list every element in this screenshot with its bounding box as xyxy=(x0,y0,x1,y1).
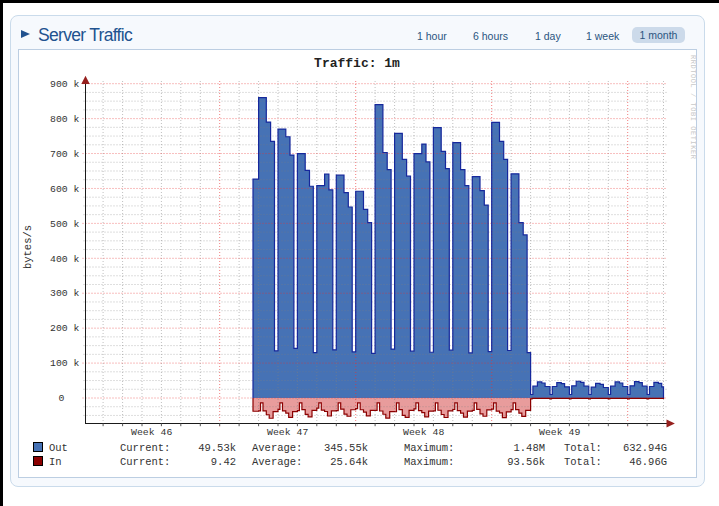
svg-text:Week 49: Week 49 xyxy=(539,427,580,438)
svg-text:46.96G: 46.96G xyxy=(629,456,667,468)
svg-text:Traffic: 1m: Traffic: 1m xyxy=(314,56,400,71)
svg-text:Maximum:: Maximum: xyxy=(404,442,454,454)
svg-text:300 k: 300 k xyxy=(50,288,80,299)
svg-text:49.53k: 49.53k xyxy=(198,442,236,454)
svg-text:Week 47: Week 47 xyxy=(267,427,308,438)
svg-text:25.64k: 25.64k xyxy=(330,456,368,468)
svg-text:632.94G: 632.94G xyxy=(623,442,667,454)
svg-text:500 k: 500 k xyxy=(50,219,80,230)
svg-text:RRDTOOL / TOBI OETIKER: RRDTOOL / TOBI OETIKER xyxy=(689,55,697,160)
svg-text:Week 46: Week 46 xyxy=(131,427,172,438)
svg-text:Total:: Total: xyxy=(564,456,602,468)
svg-text:800 k: 800 k xyxy=(50,114,80,125)
svg-text:Week 48: Week 48 xyxy=(403,427,444,438)
svg-text:100 k: 100 k xyxy=(50,358,80,369)
svg-text:Average:: Average: xyxy=(252,456,302,468)
svg-text:0: 0 xyxy=(59,393,65,404)
svg-text:600 k: 600 k xyxy=(50,184,80,195)
svg-text:700 k: 700 k xyxy=(50,149,80,160)
svg-text:Total:: Total: xyxy=(564,442,602,454)
svg-text:In: In xyxy=(49,456,62,468)
svg-text:9.42: 9.42 xyxy=(211,456,236,468)
svg-text:93.56k: 93.56k xyxy=(507,456,545,468)
svg-text:900 k: 900 k xyxy=(50,79,80,90)
svg-text:bytes/s: bytes/s xyxy=(22,225,34,269)
svg-text:1.48M: 1.48M xyxy=(513,442,545,454)
svg-text:200 k: 200 k xyxy=(50,323,80,334)
svg-text:Maximum:: Maximum: xyxy=(404,456,454,468)
svg-text:Average:: Average: xyxy=(252,442,302,454)
svg-text:345.55k: 345.55k xyxy=(324,442,368,454)
svg-text:Current:: Current: xyxy=(120,456,170,468)
svg-text:Out: Out xyxy=(49,442,68,454)
svg-text:Current:: Current: xyxy=(120,442,170,454)
svg-text:400 k: 400 k xyxy=(50,254,80,265)
